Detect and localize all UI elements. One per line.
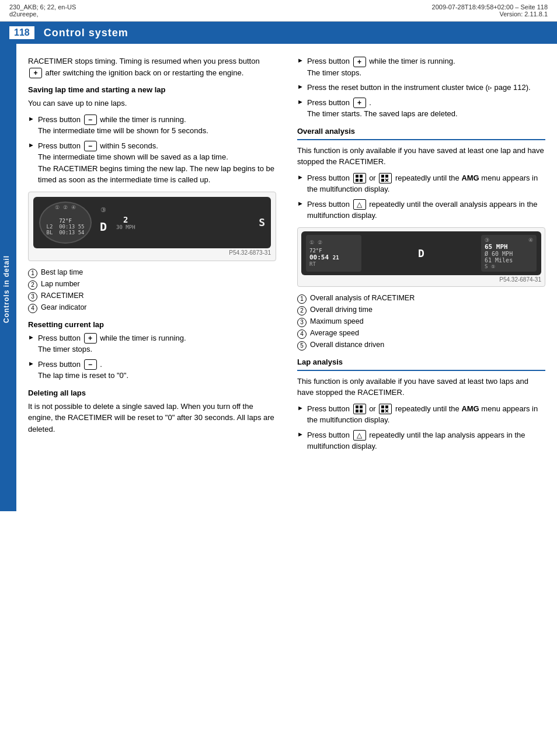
press-button-label: Press button — [38, 115, 83, 124]
or-text-2: or — [369, 404, 378, 413]
gauge-circle-nums: ① ② ④ — [55, 204, 76, 210]
saving-intro: You can save up to nine laps. — [28, 98, 276, 109]
intro-para: RACETIMER stops timing. Timing is resume… — [28, 56, 276, 78]
press-button-label: Press button — [307, 200, 352, 209]
bullet-item: ► Press button △ repeatedly until the ov… — [297, 199, 545, 221]
press-button-label: Press button — [307, 431, 352, 439]
press-button-label: Press button — [38, 334, 83, 342]
intermediate-text: The intermediate time will be shown for … — [38, 126, 208, 135]
bullet-text: Press the reset button in the instrument… — [307, 82, 545, 93]
bullet-text: Press button + while the timer is runnin… — [307, 56, 545, 78]
bullet-item: ► Press button + .The timer starts. The … — [297, 97, 545, 120]
right-column: ► Press button + while the timer is runn… — [287, 44, 557, 511]
bullet-item: ► Press button − .The lap time is reset … — [28, 359, 276, 382]
svg-rect-12 — [360, 410, 363, 412]
c2-center: D — [363, 235, 480, 272]
grid-btn-1 — [353, 173, 366, 183]
section-rule-2 — [297, 370, 545, 371]
bullet-arrow: ► — [297, 57, 304, 64]
left-gauge: ① ② ④ 72°F L2 00:13 55BL 00:13 54 — [39, 202, 92, 244]
reset-btn-text: Press the reset button in the instrument… — [307, 83, 531, 92]
page-title: Control system — [44, 27, 128, 39]
top-nums-r: ③ ④ — [485, 237, 533, 243]
bullet-arrow: ► — [297, 174, 304, 181]
c2-left: ① ② 72°F 00:54 21 RT — [306, 235, 361, 272]
bullet-item: ► Press button or — [297, 403, 545, 426]
deleting-para: It is not possible to delete a single sa… — [28, 401, 276, 435]
minus-btn: − — [84, 115, 97, 125]
bullet-item: ► Press button + while the timer is runn… — [28, 332, 276, 355]
lap-intro: This function is only available if you h… — [297, 376, 545, 398]
while-text: while the timer is running. — [100, 115, 186, 124]
numbered-item: 2 Lap number — [28, 280, 276, 290]
press-button-label: Press button — [307, 404, 352, 413]
num-4: 4 — [28, 304, 37, 313]
speed-65: 65 MPH — [485, 243, 508, 251]
item-label: Average speed — [310, 329, 359, 337]
svg-rect-0 — [356, 175, 358, 178]
svg-rect-5 — [385, 175, 388, 178]
item-label: Lap number — [41, 280, 80, 288]
numbered-item: 3 Maximum speed — [297, 317, 545, 327]
overall-intro: This function is only available if you h… — [297, 145, 545, 168]
avg-speed: Ø 60 MPH — [485, 251, 513, 257]
num-2: 2 — [28, 280, 37, 290]
bullet-text: Press button − .The lap time is reset to… — [38, 359, 276, 382]
numbered-item: 1 Best lap time — [28, 268, 276, 278]
bullet-arrow: ► — [297, 83, 304, 90]
bullet-text: Press button or — [307, 403, 545, 426]
lap-data: L2 00:13 55BL 00:13 54 — [46, 224, 84, 235]
bullet-text: Press button − within 5 seconds.The inte… — [38, 140, 276, 186]
header-bar: 118 Control system — [0, 22, 557, 44]
left-column: RACETIMER stops timing. Timing is resume… — [16, 44, 287, 511]
svg-rect-6 — [381, 179, 384, 182]
plus-btn-inline: + — [29, 68, 42, 78]
item-label: Best lap time — [41, 268, 83, 276]
svg-rect-11 — [356, 410, 358, 412]
meta-right: 2009-07-28T18:49:58+02:00 – Seite 118 Ve… — [432, 4, 548, 18]
cluster-caption-1: P54.32-6873-31 — [33, 249, 271, 256]
svg-rect-4 — [381, 175, 384, 178]
bullet-arrow: ► — [28, 141, 34, 148]
plus-btn-r1: + — [353, 57, 366, 67]
bullet-text: Press button − while the timer is runnin… — [38, 114, 276, 137]
press-button-label: Press button — [38, 141, 83, 150]
bullet-item: ► Press button or — [297, 172, 545, 195]
item-label: Gear indicator — [41, 303, 87, 311]
grid-icon-3 — [356, 405, 364, 412]
s-label: S — [259, 216, 265, 228]
minus-btn2: − — [84, 141, 97, 151]
bullet-item: ► Press button + while the timer is runn… — [297, 56, 545, 78]
temp-display: 72°F — [59, 218, 72, 224]
numbered-item: 5 Overall distance driven — [297, 341, 545, 351]
num-3: 3 — [28, 292, 37, 301]
press-button-label: Press button — [307, 98, 352, 107]
racetimer-text: The RACETIMER begins timing the new lap.… — [38, 164, 274, 185]
cluster2-list: 1 Overall analysis of RACETIMER 2 Overal… — [297, 294, 545, 351]
miles: 61 Miles — [485, 257, 513, 263]
bullet-arrow: ► — [297, 431, 304, 438]
circle-3: ③ — [100, 206, 106, 214]
item-label: Overall analysis of RACETIMER — [310, 294, 415, 302]
section-saving-heading: Saving lap time and starting a new lap — [28, 85, 276, 94]
minus-btn-reset: − — [84, 359, 97, 370]
bullet-item: ► Press button − within 5 seconds.The in… — [28, 140, 276, 186]
item-label: RACETIMER — [41, 292, 84, 300]
section-overall-heading: Overall analysis — [297, 127, 545, 136]
numbered-item: 4 Gear indicator — [28, 303, 276, 313]
svg-rect-9 — [356, 405, 358, 408]
bullet-item: ► Press button △ repeatedly until the la… — [297, 429, 545, 452]
cluster-caption-2: P54.32-6874-31 — [301, 276, 541, 283]
numbered-item: 3 RACETIMER — [28, 292, 276, 301]
numbered-item: 1 Overall analysis of RACETIMER — [297, 294, 545, 304]
bullet-text: Press button + while the timer is runnin… — [38, 332, 276, 355]
bullet-item: ► Press the reset button in the instrume… — [297, 82, 545, 93]
time-2: 00:54 21 — [309, 254, 339, 261]
item-label: Overall driving time — [310, 306, 373, 314]
num-3: 3 — [297, 318, 307, 327]
gear-display: D — [100, 220, 107, 234]
item-label: Overall distance driven — [310, 341, 384, 349]
grid-icon-1 — [356, 175, 364, 182]
bullet-text: Press button △ repeatedly until the lap … — [307, 429, 545, 452]
svg-rect-13 — [381, 405, 384, 408]
